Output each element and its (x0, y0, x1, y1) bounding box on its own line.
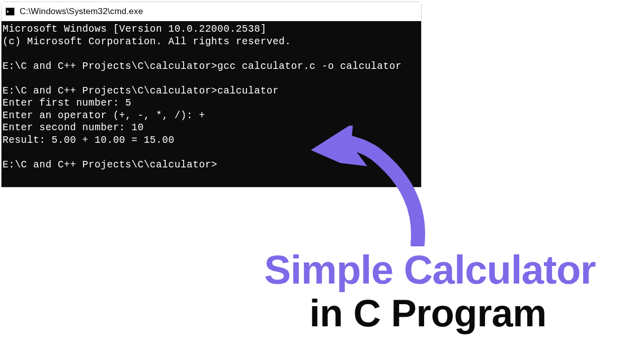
title-bar: C:\Windows\System32\cmd.exe (2, 2, 421, 21)
annotation-arrow (309, 126, 425, 246)
cmd-icon (6, 8, 15, 16)
annotation-heading: Simple Calculator in C Program (264, 249, 644, 335)
heading-line-1: Simple Calculator (264, 249, 644, 291)
window-title: C:\Windows\System32\cmd.exe (20, 7, 143, 17)
curved-arrow-icon (309, 126, 425, 246)
heading-line-2: in C Program (309, 291, 644, 335)
